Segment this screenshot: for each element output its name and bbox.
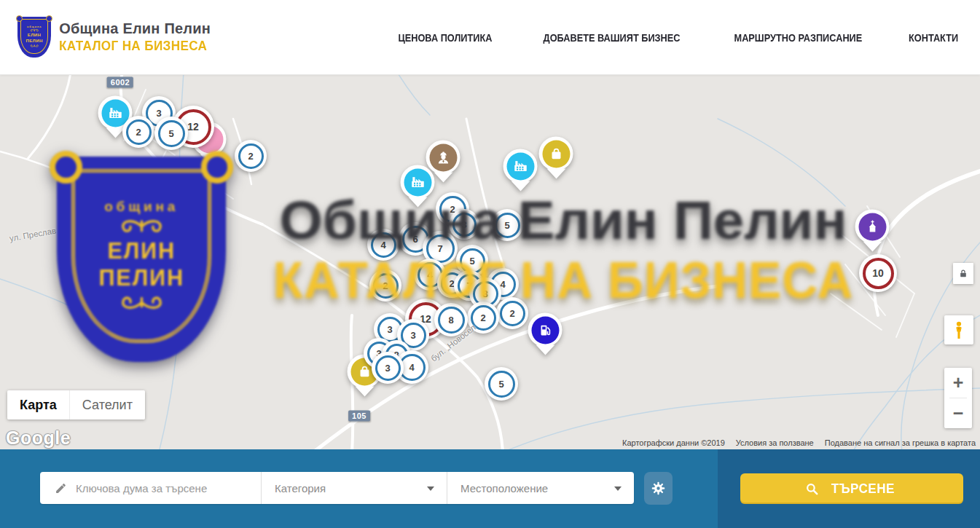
crest-name-line2: ПЕЛИН — [26, 39, 42, 44]
zoom-control: + − — [944, 368, 972, 428]
search-icon — [805, 482, 819, 496]
brand-logo: община ЕЛИН ПЕЛИН — [17, 17, 51, 58]
nav-item-add-your-business[interactable]: ДОБАВЕТЕ ВАШИЯТ БИЗНЕС — [544, 31, 681, 44]
google-logo[interactable]: Google — [6, 427, 71, 449]
location-select-value: Местоположение — [460, 482, 548, 494]
settings-button[interactable] — [644, 472, 673, 505]
map-pin-fuel[interactable] — [528, 313, 562, 347]
gear-icon — [651, 481, 666, 496]
chevron-down-icon — [427, 486, 434, 491]
terms-of-use-link[interactable]: Условия за ползване — [736, 438, 814, 447]
map-pin-factory[interactable] — [503, 149, 538, 184]
page: община ЕЛИН ПЕЛИН Община Елин Пелин КАТА… — [0, 0, 980, 528]
cluster-marker[interactable]: 3 — [372, 352, 404, 384]
cluster-marker[interactable]: 2 — [122, 116, 154, 148]
brand-subtitle: КАТАЛОГ НА БИЗНЕСА — [59, 39, 207, 54]
chevron-down-icon — [614, 486, 622, 491]
street-label: ул. Преслав — [9, 226, 57, 243]
cluster-marker[interactable]: 2 — [369, 269, 401, 302]
map-pin-factory[interactable] — [401, 165, 435, 200]
search-panel: ТЪРСЕНЕ — [718, 449, 980, 528]
road-badge: 105 — [348, 411, 370, 422]
map-type-map-button[interactable]: Карта — [7, 390, 69, 419]
padlock-icon — [958, 268, 968, 279]
map-attribution: Картографски данни ©2019 Условия за полз… — [622, 438, 976, 447]
search-form: Категория Местоположение — [40, 472, 634, 504]
map-canvas[interactable]: ул. Преславбул. „Новосел6002105312252235… — [0, 75, 980, 449]
pencil-icon — [55, 482, 67, 494]
cluster-marker[interactable]: 4 — [367, 229, 399, 261]
brand-text: Община Елин Пелин КАТАЛОГ НА БИЗНЕСА — [59, 20, 215, 54]
cluster-marker[interactable]: 5 — [485, 367, 518, 401]
watermark-logo: община ЕЛИН ПЕЛИН — [57, 157, 226, 362]
crest-shield: община ЕЛИН ПЕЛИН — [17, 17, 51, 58]
crest-small-text: община — [27, 25, 42, 28]
cluster-marker[interactable]: 5 — [491, 209, 523, 241]
map-pin-shopping-bag[interactable] — [539, 137, 573, 171]
crest-name-line1: ЕЛИН — [107, 239, 176, 264]
map-type-control: Карта Сателит — [7, 390, 145, 419]
cluster-marker[interactable]: 3 — [449, 209, 479, 240]
crest-flourish-icon — [28, 44, 41, 48]
report-map-error-link[interactable]: Подаване на сигнал за грешка в картата — [825, 438, 976, 447]
crest-shield: община ЕЛИН ПЕЛИН — [57, 157, 226, 362]
header: община ЕЛИН ПЕЛИН Община Елин Пелин КАТА… — [0, 0, 980, 75]
location-select[interactable]: Местоположение — [447, 472, 634, 504]
crest-name-line2: ПЕЛИН — [98, 266, 184, 291]
nav-item-pricing-policy[interactable]: ЦЕНОВА ПОЛИТИКА — [398, 31, 492, 44]
search-button-label: ТЪРСЕНЕ — [831, 481, 895, 497]
cluster-marker[interactable]: 2 — [496, 297, 528, 329]
category-select[interactable]: Категория — [261, 472, 447, 504]
cluster-marker[interactable]: 5 — [154, 117, 188, 150]
zoom-out-button[interactable]: − — [944, 398, 972, 428]
crest-flourish-icon — [108, 216, 176, 237]
crest-flourish-icon — [108, 292, 176, 312]
map-pin-church[interactable] — [855, 210, 890, 244]
lock-button[interactable] — [953, 263, 973, 284]
brand[interactable]: община ЕЛИН ПЕЛИН Община Елин Пелин КАТА… — [17, 17, 215, 58]
nav-item-route-schedule[interactable]: МАРШРУТНО РАЗПИСАНИЕ — [734, 31, 863, 44]
pegman-icon — [951, 320, 967, 339]
search-bar: Категория Местоположение — [0, 449, 980, 528]
street-view-pegman-button[interactable] — [944, 315, 973, 344]
cluster-marker[interactable]: 2 — [235, 140, 267, 172]
crest-curl — [46, 15, 52, 22]
attribution-copyright: Картографски данни ©2019 — [622, 438, 725, 447]
main-nav: ЦЕНОВА ПОЛИТИКА ДОБАВЕТЕ ВАШИЯТ БИЗНЕС М… — [390, 31, 963, 44]
category-select-value: Категория — [275, 482, 326, 494]
crest-curl — [50, 151, 82, 184]
crest-curl — [201, 151, 234, 184]
cluster-marker[interactable]: 10 — [859, 254, 897, 292]
nav-item-contacts[interactable]: КОНТАКТИ — [909, 31, 958, 44]
map-type-satellite-button[interactable]: Сателит — [69, 390, 145, 419]
zoom-in-button[interactable]: + — [944, 368, 972, 398]
search-button[interactable]: ТЪРСЕНЕ — [740, 473, 963, 504]
keyword-field — [40, 472, 261, 504]
road-badge: 6002 — [107, 77, 133, 88]
brand-title: Община Елин Пелин — [59, 20, 215, 37]
crest-small-text: община — [104, 199, 179, 215]
crest-name-line1: ЕЛИН — [28, 33, 42, 38]
keyword-input[interactable] — [76, 482, 251, 494]
